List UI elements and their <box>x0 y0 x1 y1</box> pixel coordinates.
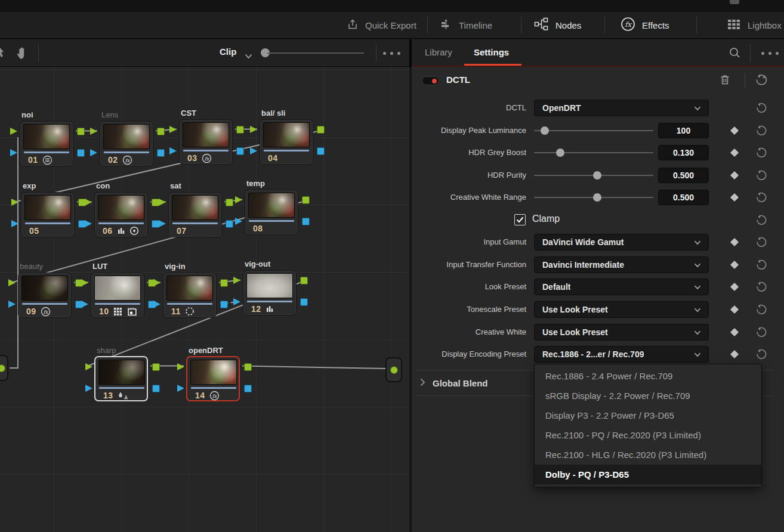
key-input-port[interactable] <box>8 301 16 308</box>
key-input-port[interactable] <box>90 149 97 156</box>
key-input-port[interactable] <box>250 147 257 154</box>
reset-param-button[interactable] <box>755 304 767 316</box>
key-output-port[interactable] <box>220 301 228 308</box>
key-output-port[interactable] <box>77 149 85 157</box>
rgb-output-port[interactable] <box>302 196 310 204</box>
node-graph-canvas[interactable]: noi01Lens02fxCST03fxbal/ sli04exp05con06… <box>0 67 409 532</box>
param-dropdown[interactable]: OpenDRT <box>534 100 709 116</box>
param-slider-handle[interactable] <box>541 126 549 135</box>
node-08[interactable]: temp08 <box>245 190 298 235</box>
keyframe-diamond-icon[interactable] <box>730 193 739 202</box>
node-03[interactable]: CST03fx <box>179 119 233 165</box>
reset-all-button[interactable] <box>755 73 768 89</box>
menu-item[interactable]: Rec.2100 - PQ / Rec.2020 (P3 Limited) <box>535 425 761 445</box>
rgb-input-port[interactable] <box>11 199 18 206</box>
keyframe-diamond-icon[interactable] <box>730 261 739 269</box>
rgb-output-port[interactable] <box>236 126 244 134</box>
key-output-port[interactable] <box>226 220 233 228</box>
keyframe-diamond-icon[interactable] <box>730 171 739 180</box>
node-12[interactable]: vig-out12 <box>243 270 297 316</box>
node-10[interactable]: LUT10 <box>91 273 144 318</box>
keyframe-diamond-icon[interactable] <box>730 350 739 358</box>
global-blend-section[interactable]: Global Blend <box>420 375 488 391</box>
reset-param-button[interactable] <box>755 125 767 137</box>
param-value-box[interactable]: 100 <box>658 123 709 138</box>
key-input-port[interactable] <box>11 220 18 227</box>
menu-item[interactable]: Display P3 - 2.2 Power / P3-D65 <box>535 406 761 425</box>
param-slider-handle[interactable] <box>593 171 601 180</box>
rgb-input-port[interactable] <box>8 279 16 286</box>
zoom-slider-track[interactable] <box>267 52 364 54</box>
rgb-output-port[interactable] <box>157 128 165 135</box>
key-input-port[interactable] <box>235 218 242 225</box>
key-input-port[interactable] <box>153 301 160 308</box>
rgb-output-port[interactable] <box>226 199 233 206</box>
effects-button[interactable]: fx Effects <box>621 12 669 38</box>
param-slider-handle[interactable] <box>556 149 564 157</box>
output-node-stub[interactable] <box>385 357 402 382</box>
node-13[interactable]: sharp13 <box>94 356 148 401</box>
rgb-input-port[interactable] <box>81 279 88 286</box>
key-output-port[interactable] <box>302 218 310 225</box>
rgb-output-port[interactable] <box>152 363 160 371</box>
rgb-output-port[interactable] <box>317 126 325 134</box>
param-slider-handle[interactable] <box>593 193 601 202</box>
param-dropdown[interactable]: Default <box>534 279 709 295</box>
keyframe-diamond-icon[interactable] <box>730 305 739 314</box>
key-input-port[interactable] <box>233 298 240 305</box>
search-icon[interactable] <box>729 47 741 61</box>
param-dropdown[interactable]: DaVinci Wide Gamut <box>534 234 709 250</box>
rgb-input-port[interactable] <box>90 128 97 135</box>
timeline-button[interactable]: Timeline <box>440 12 492 38</box>
node-09[interactable]: beauty09fx <box>18 273 72 318</box>
keyframe-diamond-icon[interactable] <box>730 149 739 157</box>
param-slider-track[interactable] <box>534 152 653 153</box>
param-dropdown[interactable]: Rec.1886 - 2...er / Rec.709 <box>534 346 709 363</box>
param-value-box[interactable]: 0.500 <box>658 190 709 205</box>
node-05[interactable]: exp05 <box>21 192 75 237</box>
panel-more-options-button[interactable] <box>761 52 779 55</box>
tab-settings[interactable]: Settings <box>474 47 509 57</box>
more-options-button[interactable] <box>383 52 400 55</box>
delete-plugin-button[interactable] <box>720 74 730 88</box>
rgb-input-port[interactable] <box>235 196 242 203</box>
reset-param-button[interactable] <box>755 102 767 114</box>
param-dropdown[interactable]: Davinci Intermediate <box>534 256 709 273</box>
clamp-checkbox[interactable] <box>514 214 526 225</box>
rgb-output-port[interactable] <box>300 277 308 284</box>
node-07[interactable]: sat07 <box>168 192 222 237</box>
rgb-input-port[interactable] <box>10 128 17 135</box>
rgb-output-port[interactable] <box>220 279 228 287</box>
key-input-port[interactable] <box>10 149 17 156</box>
rgb-input-port[interactable] <box>169 126 177 133</box>
lightbox-button[interactable]: Lightbox <box>727 12 782 38</box>
node-01[interactable]: noi01 <box>20 121 73 166</box>
reset-param-button[interactable] <box>755 169 767 181</box>
menu-item[interactable]: Dolby - PQ / P3-D65 <box>535 465 761 484</box>
chevron-down-icon[interactable] <box>245 51 252 61</box>
node-02[interactable]: Lens02fx <box>100 121 153 166</box>
rgb-input-port[interactable] <box>177 363 184 370</box>
key-output-port[interactable] <box>236 147 244 155</box>
node-11[interactable]: vig-in11 <box>163 273 217 318</box>
key-input-port[interactable] <box>169 147 177 154</box>
rgb-output-port[interactable] <box>77 128 85 135</box>
reset-param-button[interactable] <box>755 236 767 248</box>
rgb-input-port[interactable] <box>159 199 166 206</box>
reset-param-button[interactable] <box>755 348 767 360</box>
key-input-port[interactable] <box>85 385 92 392</box>
rgb-input-port[interactable] <box>85 199 92 206</box>
rgb-input-port[interactable] <box>250 126 257 133</box>
reset-param-button[interactable] <box>755 147 767 159</box>
key-input-port[interactable] <box>159 220 166 227</box>
node-06[interactable]: con06 <box>94 192 148 237</box>
pan-hand-icon[interactable] <box>16 45 30 63</box>
key-output-port[interactable] <box>244 385 252 392</box>
menu-item[interactable]: sRGB Display - 2.2 Power / Rec.709 <box>535 386 761 406</box>
key-input-port[interactable] <box>85 220 92 227</box>
keyframe-diamond-icon[interactable] <box>730 126 739 134</box>
key-output-port[interactable] <box>317 147 325 155</box>
tab-library[interactable]: Library <box>425 47 452 57</box>
key-input-port[interactable] <box>81 301 88 308</box>
reset-param-button[interactable] <box>755 326 767 338</box>
